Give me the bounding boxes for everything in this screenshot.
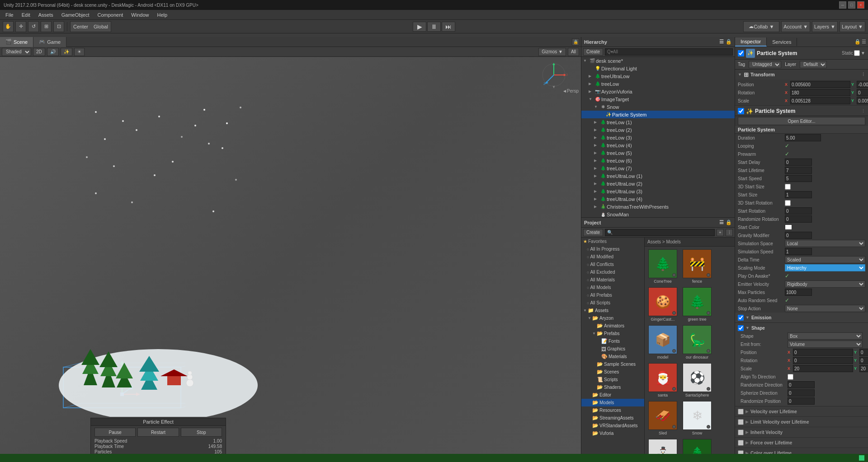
menu-gameobject[interactable]: GameObject (58, 11, 93, 19)
ps-enabled-checkbox[interactable] (738, 108, 744, 114)
randomize-rotation-input[interactable] (785, 215, 812, 223)
ps-menu[interactable]: ⋮ (861, 109, 865, 113)
services-tab[interactable]: Services (767, 38, 797, 46)
scene-lighting-button[interactable]: ☀ (74, 48, 85, 56)
position-y[interactable] (857, 81, 868, 88)
asset-item[interactable]: ❄Snow (681, 400, 713, 436)
menu-component[interactable]: Component (94, 11, 127, 19)
duration-input[interactable] (785, 134, 821, 141)
open-editor-button[interactable]: Open Editor... (738, 117, 865, 125)
hierarchy-item[interactable]: ▶ 🌲 treeLow (2) (581, 126, 735, 134)
asset-item[interactable]: 🛷Sled (646, 400, 679, 436)
step-button[interactable]: ⏭ (442, 22, 455, 32)
gravity-modifier-input[interactable] (785, 232, 812, 239)
hierarchy-item[interactable]: ▼ 🎯 ImageTarget (581, 95, 735, 103)
hierarchy-item[interactable]: ▶ 🌲 treeLow (1) (581, 118, 735, 126)
hierarchy-create-button[interactable]: Create (583, 48, 603, 56)
asset-item[interactable]: 🌲green tree (681, 286, 713, 322)
shape-rot-y[interactable] (859, 357, 868, 364)
pause-particle-button[interactable]: Pause (94, 428, 136, 437)
favorite-item[interactable]: ○All Models (581, 284, 644, 291)
scale-y[interactable] (857, 97, 868, 104)
scaling-mode-select[interactable]: Hierarchy (785, 264, 865, 271)
tree-item[interactable]: 📂 Animators (581, 322, 644, 330)
position-x[interactable] (790, 81, 850, 88)
hierarchy-item[interactable]: ▼ ❄ Snow (581, 103, 735, 111)
tag-dropdown[interactable]: Untagged (749, 61, 781, 68)
scene-tab[interactable]: 🎬 Scene (0, 37, 33, 47)
menu-help[interactable]: Help (153, 11, 171, 19)
shape-header[interactable]: ▼ Shape (738, 324, 865, 332)
shape-rot-x[interactable] (793, 357, 853, 364)
hierarchy-item[interactable]: ▶ 🌲 treeUltraLow (2) (581, 180, 735, 187)
rotate-tool[interactable]: ↺ (28, 21, 39, 32)
favorite-item[interactable]: ○All Materials (581, 276, 644, 284)
velocity-lifetime-header[interactable]: ▶ Velocity over Lifetime (738, 407, 865, 415)
spherize-direction-input[interactable] (788, 389, 815, 397)
hierarchy-item[interactable]: ✨ Particle System (581, 111, 735, 118)
gizmos-dropdown[interactable]: Gizmos ▼ (538, 48, 566, 56)
inspector-tab[interactable]: Inspector (735, 37, 767, 47)
static-checkbox[interactable] (854, 50, 860, 56)
emission-header[interactable]: ▼ Emission (738, 313, 865, 322)
shading-dropdown[interactable]: Shaded (2, 48, 31, 56)
hierarchy-item[interactable]: ▶ 🌲 treeLow (6) (581, 157, 735, 164)
account-button[interactable]: Account ▼ (781, 21, 810, 32)
tree-item[interactable]: 📜 Scripts (581, 376, 644, 383)
tree-item[interactable]: 📂 Models (581, 399, 644, 406)
layer-dropdown[interactable]: Default (800, 61, 827, 68)
asset-item[interactable]: ⚽SantaSphere (681, 362, 713, 398)
transform-menu[interactable]: ⋮ (861, 72, 865, 77)
tree-item[interactable]: 🎨 Materials (581, 353, 644, 360)
asset-item[interactable]: 🎅santa (646, 362, 679, 398)
scene-viewport[interactable]: Y X Z ◄Persp (0, 57, 581, 462)
favorite-item[interactable]: ○All Excluded (581, 268, 644, 276)
velocity-lifetime-checkbox[interactable] (738, 409, 744, 415)
shape-pos-y[interactable] (859, 349, 868, 356)
hierarchy-menu[interactable]: ☰ (719, 39, 724, 45)
menu-window[interactable]: Window (127, 11, 152, 19)
tree-item[interactable]: 📂 Shaders (581, 383, 644, 391)
close-button[interactable]: × (857, 1, 864, 9)
hierarchy-item[interactable]: ▶ 🌲 treeUltraLow (1) (581, 172, 735, 180)
hierarchy-item[interactable]: 💡 Directional Light (581, 65, 735, 72)
all-button[interactable]: All (568, 48, 579, 56)
minimize-button[interactable]: ─ (839, 1, 846, 9)
layout-button[interactable]: Layout ▼ (840, 21, 865, 32)
stop-action-select[interactable]: None (785, 305, 865, 312)
rotation-y[interactable] (857, 89, 868, 96)
asset-item[interactable]: 🍪GingerCast... (646, 286, 679, 322)
asset-item[interactable]: 🌲ConeTree (646, 248, 679, 285)
play-button[interactable]: ▶ (413, 22, 426, 32)
project-create-button[interactable]: Create (583, 229, 603, 236)
delta-time-select[interactable]: Scaled (785, 256, 865, 263)
favorite-item[interactable]: ○All Modified (581, 253, 644, 261)
pivot-group[interactable]: Center Global (70, 21, 111, 32)
window-controls[interactable]: ─ □ × (839, 1, 864, 9)
hierarchy-item[interactable]: ▶ 🌲 treeUltraLow (3) (581, 187, 735, 195)
stop-particle-button[interactable]: Stop (181, 428, 222, 437)
hierarchy-item[interactable]: ▶ 📷 AryzonVuforia (581, 88, 735, 95)
hierarchy-item[interactable]: ▶ 🌲 treeLow (5) (581, 149, 735, 157)
fx-button[interactable]: ✨ (61, 48, 72, 56)
restart-particle-button[interactable]: Restart (137, 428, 179, 437)
inherit-velocity-checkbox[interactable] (738, 429, 744, 435)
game-tab[interactable]: 🎮 Game (33, 37, 66, 47)
start-lifetime-input[interactable] (785, 167, 812, 174)
emitter-velocity-select[interactable]: Rigidbody (785, 280, 865, 288)
simulation-speed-input[interactable] (785, 248, 812, 255)
threed-start-size-check[interactable] (785, 184, 791, 190)
shape-pos-x[interactable] (793, 349, 853, 356)
hierarchy-lock[interactable]: 🔒 (726, 39, 732, 45)
hierarchy-search[interactable] (605, 48, 733, 56)
menu-file[interactable]: File (2, 11, 17, 19)
tree-item[interactable]: 📂 Sample Scenes (581, 360, 644, 368)
shape-select[interactable]: Box (788, 332, 863, 340)
randomize-direction-input[interactable] (788, 381, 815, 388)
force-lifetime-header[interactable]: ▶ Force over Lifetime (738, 439, 865, 447)
project-lock[interactable]: 🔒 (726, 219, 732, 225)
emission-checkbox[interactable] (738, 315, 744, 321)
rotation-x[interactable] (790, 89, 850, 96)
asset-item[interactable]: 📦model (646, 324, 679, 360)
project-menu[interactable]: ☰ (719, 219, 724, 225)
